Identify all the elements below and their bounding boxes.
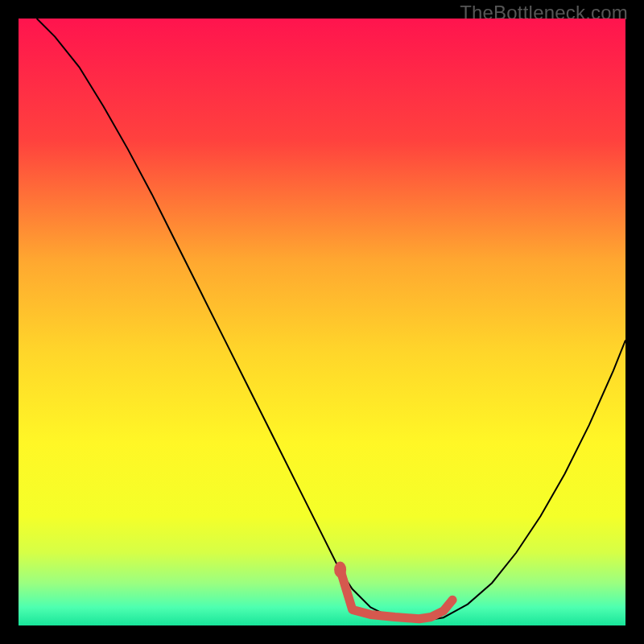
marker-layer — [334, 562, 346, 578]
chart-plot — [19, 19, 625, 625]
chart-frame: TheBottleneck.com — [0, 0, 644, 644]
highlight-dot — [334, 562, 346, 578]
